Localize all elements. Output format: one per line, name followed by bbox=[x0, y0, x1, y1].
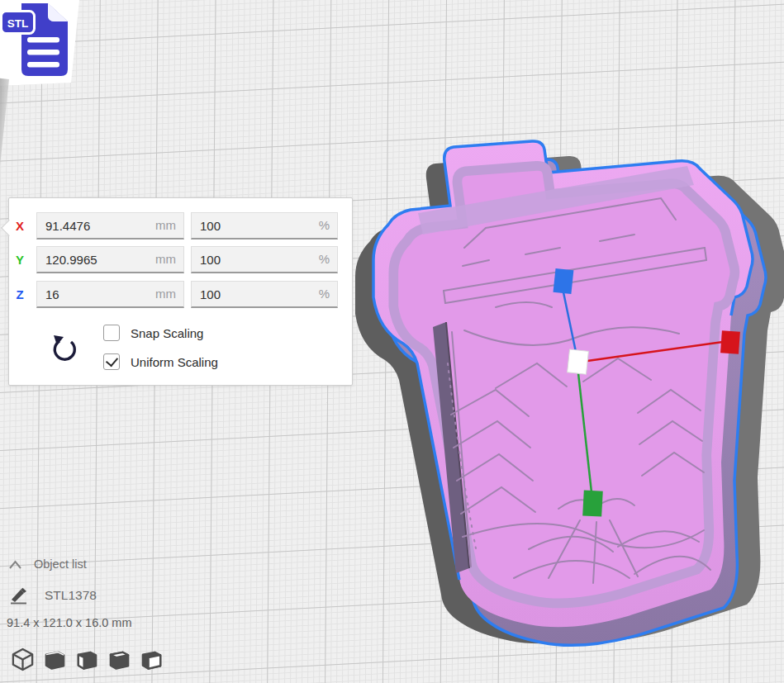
view-left-button[interactable] bbox=[107, 647, 132, 672]
view-left-icon bbox=[107, 647, 132, 672]
chevron-up-icon bbox=[8, 559, 22, 570]
scale-z-mm-input[interactable] bbox=[36, 281, 184, 308]
object-list-item[interactable]: STL1378 bbox=[10, 586, 97, 605]
axis-label-x: X bbox=[9, 219, 31, 233]
view-front-icon bbox=[42, 647, 68, 672]
view-top-button[interactable] bbox=[74, 647, 100, 672]
scale-y-percent-input[interactable] bbox=[191, 246, 338, 273]
gizmo-handle-center[interactable] bbox=[568, 349, 589, 374]
reset-scale-button[interactable] bbox=[50, 334, 78, 363]
reset-rotate-ccw-icon bbox=[50, 334, 78, 363]
pencil-edit-icon bbox=[10, 586, 28, 605]
scale-tool-panel: X mm % Y mm % Z mm % bbox=[8, 197, 353, 386]
object-name: STL1378 bbox=[45, 588, 97, 603]
model-coffee-cup-mold[interactable] bbox=[373, 141, 753, 627]
object-list-label: Object list bbox=[34, 557, 87, 571]
view-3d-button[interactable] bbox=[10, 647, 36, 672]
scale-z-percent-input[interactable] bbox=[191, 281, 338, 308]
camera-view-toolbar bbox=[10, 647, 164, 672]
scale-x-percent-input[interactable] bbox=[191, 212, 338, 240]
gizmo-handle-y-green[interactable] bbox=[582, 490, 603, 516]
stl-file-icon: STL bbox=[0, 0, 76, 81]
view-top-icon bbox=[74, 647, 100, 672]
uniform-scaling-checkbox[interactable] bbox=[103, 353, 120, 370]
uniform-scaling-label: Uniform Scaling bbox=[131, 355, 218, 369]
model-dimensions-readout: 91.4 x 121.0 x 16.0 mm bbox=[7, 616, 132, 629]
axis-label-z: Z bbox=[9, 287, 31, 301]
stl-badge-label: STL bbox=[7, 17, 29, 30]
gizmo-handle-z-blue[interactable] bbox=[553, 268, 573, 294]
object-list-toggle[interactable]: Object list bbox=[8, 557, 87, 571]
view-3d-icon bbox=[10, 647, 36, 672]
scale-row-x: X mm % bbox=[9, 212, 338, 240]
snap-scaling-label: Snap Scaling bbox=[131, 326, 203, 340]
scale-y-mm-input[interactable] bbox=[36, 246, 184, 273]
scale-row-y: Y mm % bbox=[9, 246, 338, 273]
snap-scaling-checkbox[interactable] bbox=[103, 325, 120, 341]
view-right-icon bbox=[139, 647, 164, 672]
scale-row-z: Z mm % bbox=[9, 281, 338, 308]
scale-x-mm-input[interactable] bbox=[36, 212, 184, 240]
gizmo-handle-x-red[interactable] bbox=[720, 330, 740, 353]
axis-label-y: Y bbox=[9, 253, 31, 267]
view-front-button[interactable] bbox=[42, 647, 68, 672]
view-right-button[interactable] bbox=[139, 647, 164, 672]
